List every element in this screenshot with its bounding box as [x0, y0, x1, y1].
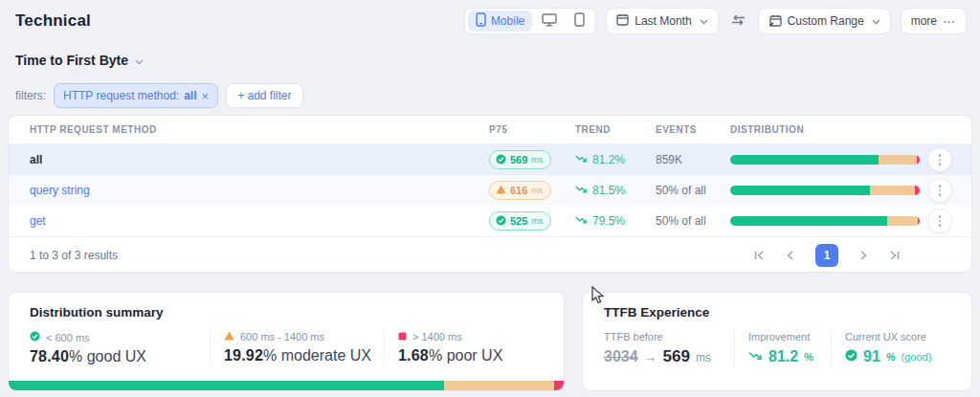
add-filter-button[interactable]: + add filter	[226, 83, 302, 108]
distribution-summary-card: Distribution summary < 600 ms 78.40% goo…	[8, 292, 565, 391]
table-row[interactable]: get 525ms 79.5% 50% of all	[9, 206, 971, 236]
current-page-button[interactable]: 1	[815, 244, 838, 267]
ttfb-before-stat: TTFB before 3034 → 569 ms	[583, 331, 734, 366]
col-header-method[interactable]: HTTP request method	[30, 124, 489, 135]
poor-range-label: > 1400 ms	[412, 331, 462, 342]
improvement-label: Improvement	[748, 331, 810, 342]
method-cell[interactable]: get	[30, 214, 489, 228]
device-mobile-button[interactable]: Mobile	[468, 11, 532, 32]
ux-score-label: Current UX score	[845, 331, 926, 342]
row-menu-button[interactable]	[927, 147, 952, 172]
method-cell[interactable]: all	[30, 153, 489, 166]
dist-good-segment	[730, 216, 887, 226]
ttfb-after-value: 569	[663, 347, 690, 366]
good-ux-value: 78.40	[30, 348, 69, 364]
summary-stats: < 600 ms 78.40% good UX 600 ms - 1400 ms…	[9, 331, 564, 365]
events-cell: 50% of all	[656, 214, 730, 228]
compare-arrows-button[interactable]	[728, 14, 748, 29]
moderate-ux-stat: 600 ms - 1400 ms 19.92% moderate UX	[210, 331, 384, 365]
dist-good-segment	[730, 155, 879, 165]
poor-ux-suffix: % poor UX	[429, 347, 502, 364]
improvement-value: 81.2	[768, 348, 798, 365]
moderate-ux-suffix: % moderate UX	[263, 347, 371, 364]
device-tablet-button[interactable]	[567, 11, 592, 32]
pagination: 1	[753, 244, 901, 267]
dist-poor-segment	[918, 216, 920, 226]
next-page-button[interactable]	[860, 251, 867, 260]
filter-remove-icon[interactable]: ×	[202, 89, 210, 103]
technical-dashboard: Technical Mobile Last Month	[0, 0, 980, 397]
last-page-button[interactable]	[889, 251, 901, 260]
device-desktop-button[interactable]	[534, 11, 565, 32]
improvement-stat: Improvement 81.2%	[734, 331, 831, 366]
table-header-row: HTTP request method P75 Trend Events Dis…	[9, 116, 971, 144]
p75-badge: 616ms	[489, 181, 551, 200]
section-head[interactable]: Time to First Byte	[15, 52, 144, 69]
trend-down-icon	[575, 153, 588, 166]
dist-poor-segment	[554, 381, 564, 390]
ux-score-value: 91	[863, 348, 880, 365]
dist-good-segment	[730, 186, 870, 195]
custom-range-button[interactable]: Custom Range	[758, 8, 891, 34]
ttfb-before-label: TTFB before	[604, 331, 663, 342]
table-row[interactable]: all 569ms 81.2% 859K	[9, 144, 971, 175]
warning-triangle-icon	[496, 185, 506, 196]
dist-poor-segment	[915, 186, 920, 195]
section-title: Time to First Byte	[15, 53, 128, 68]
trend-down-icon	[575, 214, 588, 228]
distribution-bar	[730, 155, 920, 165]
poor-ux-value: 1.68	[398, 347, 429, 364]
good-range-label: < 600 ms	[46, 332, 90, 343]
check-circle-icon	[496, 154, 506, 166]
chevron-down-icon	[700, 14, 708, 28]
swap-arrows-icon	[730, 14, 746, 29]
distribution-bar	[730, 216, 920, 226]
method-cell[interactable]: query string	[30, 184, 489, 197]
row-menu-button[interactable]	[927, 178, 952, 203]
dist-moderate-segment	[879, 155, 916, 165]
table-footer: 1 to 3 of 3 results 1	[9, 236, 971, 273]
moderate-range-label: 600 ms - 1400 ms	[240, 331, 324, 342]
more-label: more	[911, 14, 937, 28]
filter-chip[interactable]: HTTP request method: all ×	[54, 83, 218, 108]
first-page-button[interactable]	[753, 251, 765, 260]
ttfb-title: TTFB Experience	[583, 293, 971, 320]
header-controls: Mobile Last Month Custom Range	[464, 8, 967, 34]
p75-badge: 525ms	[489, 211, 551, 231]
events-cell: 859K	[656, 153, 730, 166]
mouse-cursor	[591, 286, 606, 309]
col-header-distribution[interactable]: Distribution	[730, 124, 927, 135]
summary-title: Distribution summary	[9, 293, 564, 320]
table-row[interactable]: query string 616ms 81.5% 50% of all	[9, 175, 971, 206]
col-header-trend[interactable]: Trend	[575, 124, 656, 135]
events-cell: 50% of all	[656, 184, 730, 197]
ux-score-pct: %	[886, 351, 896, 363]
distribution-bar	[730, 186, 920, 195]
page-title: Technical	[15, 11, 91, 31]
date-range-button[interactable]: Last Month	[606, 8, 718, 34]
good-ux-suffix: % good UX	[69, 348, 146, 364]
dist-moderate-segment	[444, 381, 555, 390]
ux-score-qualifier: (good)	[902, 351, 932, 363]
trend-cell: 81.5%	[575, 184, 656, 197]
check-circle-icon	[30, 331, 40, 343]
col-header-p75[interactable]: P75	[489, 124, 575, 135]
arrow-right-icon: →	[644, 349, 657, 364]
more-button[interactable]: more ⋯	[901, 8, 967, 34]
trend-cell: 79.5%	[575, 214, 656, 228]
row-menu-button[interactable]	[927, 209, 952, 233]
chevron-down-icon	[872, 14, 880, 28]
chevron-down-icon	[135, 52, 144, 69]
col-header-events[interactable]: Events	[656, 124, 730, 135]
filter-chip-value: all	[184, 89, 196, 102]
summary-distribution-bar	[9, 381, 564, 390]
dist-moderate-segment	[870, 186, 916, 195]
custom-range-label: Custom Range	[788, 14, 864, 28]
dist-moderate-segment	[887, 216, 917, 226]
filters-label: filters:	[15, 89, 46, 102]
dist-good-segment	[9, 381, 444, 390]
filters-row: filters: HTTP request method: all × + ad…	[15, 83, 303, 108]
prev-page-button[interactable]	[787, 251, 793, 260]
poor-square-icon	[398, 331, 407, 342]
results-count: 1 to 3 of 3 results	[30, 249, 118, 262]
